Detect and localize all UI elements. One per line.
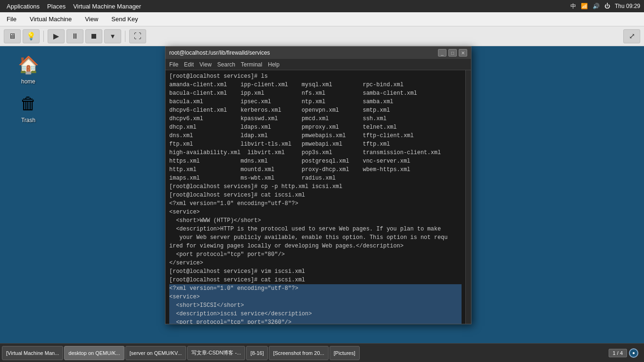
toolbar-separator xyxy=(43,31,44,42)
menu-file[interactable]: File xyxy=(4,14,19,25)
terminal-line: dhcpv6.xml kpasswd.xml pmcd.xml ssh.xml xyxy=(169,115,387,122)
trash-icon-label: Trash xyxy=(21,117,35,123)
taskbar-item-2[interactable]: [server on QEMU/KV... xyxy=(125,346,186,360)
taskbar-item-5[interactable]: [Screenshot from 20... xyxy=(269,346,328,360)
toolbar: 🖥 💡 ▶ ⏸ ⏹ ▾ ⛶ ⤢ xyxy=(0,26,644,46)
terminal-line: <short>WWW (HTTP)</short> xyxy=(169,217,261,224)
apps-menu-btn[interactable]: Applications xyxy=(4,2,42,11)
terminal-line: dhcpv6-client.xml kerberos.xml openvpn.x… xyxy=(169,107,390,114)
input-method-icon[interactable]: 中 xyxy=(570,2,576,10)
taskbar-item-0[interactable]: [Virtual Machine Man... xyxy=(2,346,63,360)
toolbar-pause-btn[interactable]: ⏸ xyxy=(66,29,83,43)
toolbar-display-btn[interactable]: 🖥 xyxy=(4,29,21,43)
desktop: 🏠 home 🗑 Trash xyxy=(0,46,160,343)
system-bar: Applications Places Virtual Machine Mana… xyxy=(0,0,644,12)
terminal-line: http.xml mountd.xml proxy-dhcp.xml wbem-… xyxy=(169,166,410,173)
terminal-body[interactable]: [root@localhost services]# ls amanda-cli… xyxy=(165,70,465,324)
toolbar-settings-btn[interactable]: 💡 xyxy=(23,29,40,43)
terminal-line: [root@localhost services]# cat iscsi.xml xyxy=(169,277,305,283)
terminal-menu-edit[interactable]: Edit xyxy=(184,61,194,68)
terminal-line: <description>HTTP is the protocol used t… xyxy=(169,226,441,232)
toolbar-separator-2 xyxy=(125,31,125,42)
terminal-titlebar: root@localhost:/usr/lib/firewalld/servic… xyxy=(165,47,471,59)
vm-manager-btn[interactable]: Virtual Machine Manager xyxy=(70,2,144,11)
terminal-line: dhcp.xml ldaps.xml pmproxy.xml telnet.xm… xyxy=(169,124,396,131)
terminal-close-btn[interactable]: ✕ xyxy=(459,49,467,57)
places-menu-btn[interactable]: Places xyxy=(44,2,68,11)
terminal-line: bacula.xml ipsec.xml ntp.xml samba.xml xyxy=(169,99,393,105)
terminal-menu-help[interactable]: Help xyxy=(268,61,280,68)
taskbar-item-4[interactable]: [8-16] xyxy=(246,346,268,360)
terminal-minimize-btn[interactable]: _ xyxy=(438,49,446,57)
menu-virtual-machine[interactable]: Virtual Machine xyxy=(27,14,74,25)
page-dot[interactable]: ● xyxy=(629,348,638,358)
terminal-line: <service> xyxy=(169,209,200,215)
terminal-line: <?xml version="1.0" encoding="utf-8"?> xyxy=(169,200,298,207)
terminal-line: ftp.xml libvirt-tls.xml pmwebapi.xml tft… xyxy=(169,141,390,148)
terminal-line: dns.xml ldap.xml pmwebapis.xml tftp-clie… xyxy=(169,132,413,139)
system-bar-right: 中 📶 🔊 ⏻ Thu 09:29 xyxy=(570,2,640,10)
home-icon: 🏠 xyxy=(17,54,40,76)
terminal-line: </service> xyxy=(169,260,203,266)
trash-icon: 🗑 xyxy=(17,92,40,115)
main-content: 🏠 home 🗑 Trash root@localhost:/usr/lib/f… xyxy=(0,46,644,343)
home-icon-label: home xyxy=(21,78,35,85)
toolbar-stop-btn[interactable]: ⏹ xyxy=(85,29,102,43)
terminal-line: amanda-client.xml ipp-client.xml mysql.x… xyxy=(169,82,404,88)
terminal-line: <port protocol="tcp" port="80"/> xyxy=(169,251,285,258)
taskbar: [Virtual Machine Man... desktop on QEMU/… xyxy=(0,343,644,362)
taskbar-item-3[interactable]: 写文章-CSDN博客 -... xyxy=(187,346,246,360)
terminal-menu-search[interactable]: Search xyxy=(217,61,235,68)
terminal-line: ired for viewing pages locally or develo… xyxy=(169,243,404,249)
terminal-content-area: [root@localhost services]# ls amanda-cli… xyxy=(165,70,471,324)
taskbar-right: 1 / 4 ● xyxy=(609,348,642,358)
terminal-line: high-availability.xml libvirt.xml pop3s.… xyxy=(169,149,441,156)
terminal-line: bacula-client.xml ipp.xml nfs.xml samba-… xyxy=(169,90,417,97)
toolbar-fullscreen-btn[interactable]: ⛶ xyxy=(129,29,146,43)
terminal-menu-terminal[interactable]: Terminal xyxy=(241,61,262,68)
terminal-line: your Web server publicly available, enab… xyxy=(169,234,448,241)
taskbar-item-6[interactable]: [Pictures] xyxy=(330,346,360,360)
toolbar-scale-btn[interactable]: ⤢ xyxy=(623,29,640,43)
terminal-line: [root@localhost services]# cat iscsi.xml xyxy=(169,192,305,198)
terminal-line: [root@localhost services]# cp -p http.xm… xyxy=(169,183,342,190)
system-bar-left: Applications Places Virtual Machine Mana… xyxy=(4,2,144,11)
app-menu-bar: File Virtual Machine View Send Key xyxy=(0,12,644,26)
terminal-line: imaps.xml ms-wbt.xml radius.xml xyxy=(169,175,336,181)
terminal-line: [root@localhost services]# vim iscsi.xml xyxy=(169,268,305,275)
page-indicator: 1 / 4 xyxy=(609,349,627,357)
terminal-title: root@localhost:/usr/lib/firewalld/servic… xyxy=(169,49,270,56)
terminal-scrollbar[interactable] xyxy=(465,70,471,324)
power-icon[interactable]: ⏻ xyxy=(604,3,610,9)
desktop-icon-home[interactable]: 🏠 home xyxy=(9,54,47,85)
terminal-titlebar-controls: _ □ ✕ xyxy=(438,49,467,57)
terminal-menu-view[interactable]: View xyxy=(199,61,212,68)
menu-view[interactable]: View xyxy=(82,14,101,25)
clock: Thu 09:29 xyxy=(615,3,640,9)
desktop-icon-trash[interactable]: 🗑 Trash xyxy=(9,92,47,123)
volume-icon[interactable]: 🔊 xyxy=(593,3,600,9)
menu-send-key[interactable]: Send Key xyxy=(108,14,140,25)
network-icon: 📶 xyxy=(581,3,588,9)
terminal-line: https.xml mdns.xml postgresql.xml vnc-se… xyxy=(169,158,410,165)
terminal-maximize-btn[interactable]: □ xyxy=(448,49,457,57)
terminal-menu-file[interactable]: File xyxy=(169,61,178,68)
terminal-line: [root@localhost services]# ls xyxy=(169,73,268,80)
toolbar-play-btn[interactable]: ▶ xyxy=(48,29,65,43)
terminal-window: root@localhost:/usr/lib/firewalld/servic… xyxy=(165,46,471,324)
taskbar-item-1[interactable]: desktop on QEMU/K... xyxy=(64,346,124,360)
terminal-highlight-block: <?xml version="1.0" encoding="utf-8"?> <… xyxy=(169,284,462,324)
toolbar-dropdown-btn[interactable]: ▾ xyxy=(104,29,121,43)
terminal-menubar: File Edit View Search Terminal Help xyxy=(165,59,471,70)
